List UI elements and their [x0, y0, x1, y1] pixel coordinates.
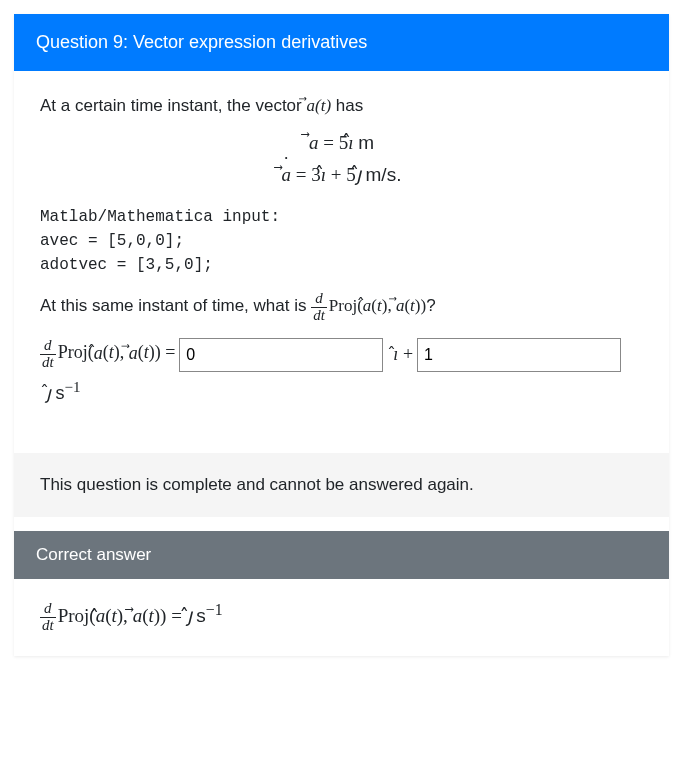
sub-question: At this same instant of time, what is dd…: [40, 291, 643, 324]
correct-answer-header: Correct answer: [14, 531, 669, 579]
input-j-component[interactable]: [417, 338, 621, 372]
intro-line: At a certain time instant, the vector a(…: [40, 93, 643, 119]
eq-adot: a = 3ı + 5ȷ m/s.: [40, 159, 643, 191]
given-equations: a = 5ı m a = 3ı + 5ȷ m/s.: [40, 127, 643, 192]
locked-banner: This question is complete and cannot be …: [14, 453, 669, 517]
code-label: Matlab/Mathematica input:: [40, 205, 643, 229]
input-i-component[interactable]: [179, 338, 383, 372]
answer-lhs: ddtProj(a(t), a(t)) =: [40, 338, 175, 371]
correct-answer-body: ddtProj(a(t), a(t)) = ȷ s−1: [14, 579, 669, 656]
locked-message: This question is complete and cannot be …: [40, 475, 474, 494]
code-line-1: avec = [5,0,0];: [40, 229, 643, 253]
question-card: Question 9: Vector expression derivative…: [14, 14, 669, 656]
code-block: Matlab/Mathematica input: avec = [5,0,0]…: [40, 205, 643, 277]
ihat-plus: ı +: [393, 341, 413, 368]
code-line-2: adotvec = [3,5,0];: [40, 253, 643, 277]
answer-entry: ddtProj(a(t), a(t)) = ı + ȷ s−1: [40, 338, 643, 407]
question-body: At a certain time instant, the vector a(…: [14, 71, 669, 439]
eq-a: a = 5ı m: [40, 127, 643, 159]
jhat-units: ȷ s−1: [46, 376, 80, 407]
question-header: Question 9: Vector expression derivative…: [14, 14, 669, 71]
question-title: Question 9: Vector expression derivative…: [36, 32, 367, 52]
